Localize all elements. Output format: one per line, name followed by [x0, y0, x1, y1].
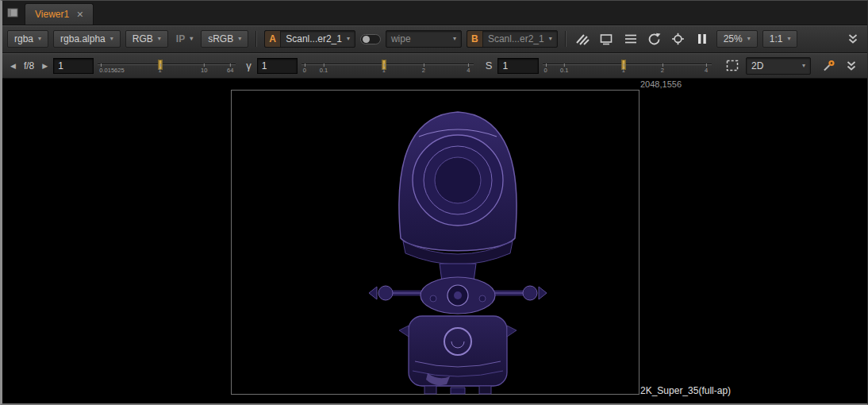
wipe-mode-label: wipe — [386, 33, 416, 44]
proxy-ratio-dropdown[interactable]: 1:1 ▾ — [762, 30, 798, 48]
slider-track — [98, 64, 236, 65]
chevron-down-icon: ▾ — [453, 36, 461, 42]
chevron-down-icon: ▾ — [802, 63, 810, 69]
chevron-down-icon: ▾ — [238, 36, 241, 42]
tick-label: 0 — [303, 67, 306, 74]
expand-toolbar-icon[interactable] — [843, 57, 861, 75]
list-menu-icon[interactable] — [621, 30, 640, 48]
tick-label: 1 — [158, 67, 161, 74]
chevron-down-icon: ▾ — [110, 36, 113, 42]
pane-layout-icon[interactable] — [7, 8, 18, 17]
input-process-label: IP — [176, 33, 185, 44]
tab-close-icon[interactable]: ✕ — [76, 10, 83, 20]
saturation-input[interactable]: 1 — [497, 58, 538, 74]
input-a-value: Scanl...er2_1 — [281, 33, 347, 44]
saturation-value: 1 — [502, 60, 508, 71]
chevron-down-icon: ▾ — [787, 36, 790, 42]
input-a-label: A — [265, 31, 281, 47]
viewer-canvas[interactable]: 2048,1556 2K_Super_35(full-ap) — [2, 79, 867, 403]
zoom-dropdown[interactable]: 25% ▾ — [716, 30, 758, 48]
toolbar-separator — [565, 31, 567, 47]
input-b-selector[interactable]: B Scanl...er2_1 ▾ — [467, 30, 558, 48]
chevron-down-icon: ▾ — [549, 36, 557, 42]
chevron-down-icon: ▾ — [190, 36, 193, 42]
tick-label: 0.1 — [560, 67, 568, 74]
image-format-label: 2K_Super_35(full-ap) — [640, 385, 731, 396]
tab-bar: Viewer1 ✕ — [2, 1, 867, 25]
stripes-overlay-icon[interactable] — [574, 30, 593, 48]
input-a-selector[interactable]: A Scanl...er2_1 ▾ — [264, 30, 355, 48]
fstop-label: f/8 — [21, 60, 36, 71]
gamma-value: 1 — [262, 60, 267, 71]
gamma-slider[interactable]: 0 0.1 1 2 4 — [301, 56, 474, 75]
image-bounds-frame — [231, 90, 639, 395]
chevron-down-icon: ▾ — [747, 36, 751, 42]
view-mode-label: 2D — [747, 60, 768, 71]
monitor-output-icon[interactable] — [597, 30, 616, 48]
view-mode-dropdown[interactable]: 2D ▾ — [746, 57, 811, 75]
tab-title: Viewer1 — [35, 9, 69, 20]
image-resolution-label: 2048,1556 — [640, 79, 682, 89]
gain-slider[interactable]: 0.015625 1 10 64 — [98, 56, 236, 75]
viewer-panel: Viewer1 ✕ rgba ▾ rgba.alpha ▾ RGB ▾ IP ▾… — [0, 0, 868, 405]
color-sample-icon[interactable] — [820, 57, 838, 75]
expand-toolbar-icon[interactable] — [843, 30, 862, 48]
tick-label: 0.1 — [320, 67, 328, 74]
gamma-label: γ — [244, 60, 253, 71]
viewer-process-dropdown[interactable]: sRGB ▾ — [201, 30, 248, 48]
saturation-slider[interactable]: 0 0.1 1 2 4 — [543, 56, 712, 75]
tick-label: 2 — [422, 67, 425, 74]
fstop-increase-icon[interactable]: ▶ — [40, 62, 49, 70]
slider-track — [301, 64, 474, 65]
tab-viewer1[interactable]: Viewer1 ✕ — [25, 3, 94, 25]
tick-label: 0.015625 — [99, 67, 124, 74]
chevron-down-icon: ▾ — [38, 36, 41, 42]
viewer-toolbar-bottom: ◀ f/8 ▶ 1 0.015625 1 10 64 γ 1 0 0.1 1 2… — [2, 53, 867, 79]
gear-icon[interactable] — [669, 30, 688, 48]
zoom-level-label: 25% — [724, 33, 743, 44]
toolbar-separator — [255, 31, 257, 47]
gamma-input[interactable]: 1 — [257, 58, 298, 74]
tick-label: 0 — [544, 67, 547, 74]
roi-icon[interactable] — [724, 57, 742, 75]
gain-value: 1 — [58, 60, 63, 71]
layer-dropdown-label: rgba — [14, 33, 33, 44]
chevron-down-icon: ▾ — [158, 36, 161, 42]
proxy-ratio-label: 1:1 — [770, 33, 783, 44]
layer-dropdown[interactable]: rgba ▾ — [7, 30, 48, 48]
input-b-value: Scanl...er2_1 — [483, 33, 549, 44]
chevron-down-icon: ▾ — [347, 36, 355, 42]
ab-swap-toggle[interactable] — [360, 34, 381, 44]
display-channel-dropdown[interactable]: RGB ▾ — [125, 30, 168, 48]
gain-input[interactable]: 1 — [53, 58, 94, 74]
wipe-mode-dropdown[interactable]: wipe ▾ — [386, 30, 462, 48]
tick-label: 10 — [201, 67, 207, 74]
alpha-layer-label: rgba.alpha — [60, 33, 106, 44]
tick-label: 1 — [622, 67, 625, 74]
display-channel-label: RGB — [133, 33, 153, 44]
pause-icon[interactable] — [693, 30, 712, 48]
viewer-toolbar-top: rgba ▾ rgba.alpha ▾ RGB ▾ IP ▾ sRGB ▾ A … — [2, 25, 867, 53]
rendered-image — [232, 91, 640, 395]
fstop-decrease-icon[interactable]: ◀ — [9, 62, 17, 70]
tick-label: 64 — [227, 67, 233, 74]
tick-label: 2 — [661, 67, 664, 74]
saturation-label: S — [484, 60, 494, 71]
alpha-layer-dropdown[interactable]: rgba.alpha ▾ — [53, 30, 121, 48]
refresh-icon[interactable] — [645, 30, 664, 48]
input-b-label: B — [467, 31, 483, 47]
slider-track — [543, 64, 712, 65]
tick-label: 1 — [382, 67, 386, 74]
tick-label: 4 — [467, 67, 470, 74]
input-process-button[interactable]: IP ▾ — [173, 30, 196, 48]
tick-label: 4 — [705, 67, 708, 74]
toggle-knob — [363, 36, 370, 43]
viewer-process-label: sRGB — [208, 33, 233, 44]
